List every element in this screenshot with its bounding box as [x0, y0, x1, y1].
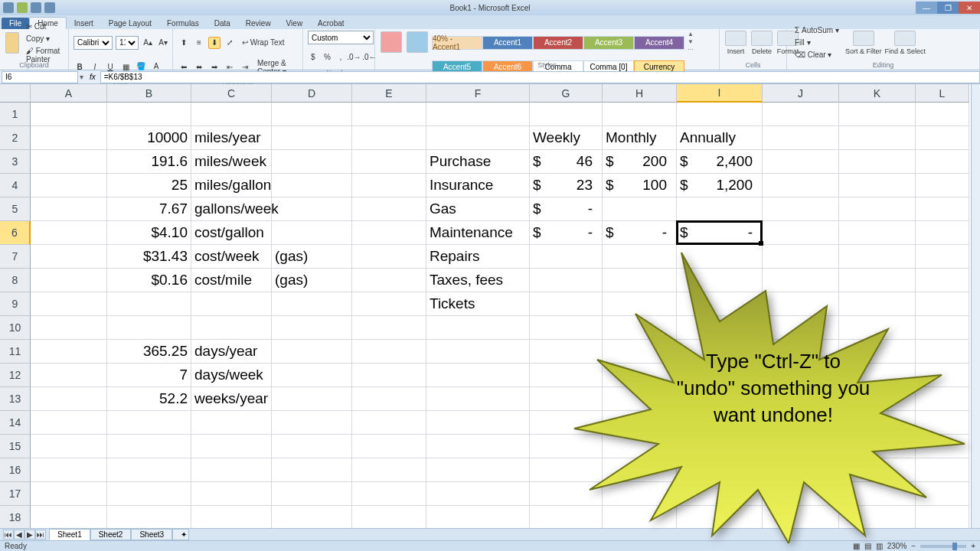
- cell-E10[interactable]: [352, 316, 426, 340]
- cell-A1[interactable]: [31, 103, 107, 126]
- cell-D11[interactable]: [272, 340, 352, 364]
- cell-D17[interactable]: [272, 482, 352, 506]
- cell-L1[interactable]: [916, 103, 969, 126]
- cell-A4[interactable]: [31, 174, 107, 197]
- copy-button[interactable]: Copy ▾: [23, 33, 64, 44]
- cell-D14[interactable]: [272, 411, 352, 435]
- styles-scroll-up-icon[interactable]: ▲: [688, 31, 694, 37]
- column-header-F[interactable]: F: [426, 84, 530, 103]
- cell-A9[interactable]: [31, 292, 107, 316]
- row-header-10[interactable]: 10: [0, 316, 31, 340]
- cell-D4[interactable]: [272, 174, 352, 197]
- cell-A3[interactable]: [31, 150, 107, 174]
- row-header-7[interactable]: 7: [0, 245, 31, 269]
- cell-A2[interactable]: [31, 126, 107, 150]
- cell-A11[interactable]: [31, 340, 107, 364]
- cell-J3[interactable]: [763, 150, 839, 174]
- cell-C6[interactable]: cost/gallon: [191, 221, 272, 245]
- delete-cells-button[interactable]: [751, 31, 773, 46]
- cell-E4[interactable]: [352, 174, 426, 197]
- row-header-17[interactable]: 17: [0, 482, 31, 506]
- formula-input[interactable]: =K6/$B$13: [100, 71, 980, 83]
- sheet-tab-new[interactable]: ✦: [172, 529, 189, 540]
- cell-B11[interactable]: 365.25: [107, 340, 191, 364]
- cell-B13[interactable]: 52.2: [107, 387, 191, 411]
- cell-D13[interactable]: [272, 387, 352, 411]
- cell-E3[interactable]: [352, 150, 426, 174]
- cell-A13[interactable]: [31, 387, 107, 411]
- cell-E9[interactable]: [352, 292, 426, 316]
- cell-B16[interactable]: [107, 458, 191, 482]
- cell-B9[interactable]: [107, 292, 191, 316]
- cell-D12[interactable]: [272, 364, 352, 387]
- cell-H1[interactable]: [603, 103, 677, 126]
- cell-H5[interactable]: [603, 197, 677, 221]
- cell-I1[interactable]: [677, 103, 763, 126]
- cell-H3[interactable]: $200: [603, 150, 677, 174]
- cell-F6[interactable]: Maintenance: [426, 221, 530, 245]
- cell-C5[interactable]: gallons/week: [191, 197, 272, 221]
- tab-formulas[interactable]: Formulas: [159, 18, 207, 29]
- cell-G4[interactable]: $23: [530, 174, 603, 197]
- align-bottom-icon[interactable]: ⬇: [208, 37, 220, 49]
- cell-I2[interactable]: Annually: [677, 126, 763, 150]
- tab-data[interactable]: Data: [207, 18, 238, 29]
- sheet-tab-sheet2[interactable]: Sheet2: [90, 529, 132, 540]
- cell-A8[interactable]: [31, 269, 107, 292]
- row-header-13[interactable]: 13: [0, 387, 31, 411]
- cell-D16[interactable]: [272, 458, 352, 482]
- cell-B6[interactable]: $4.10: [107, 221, 191, 245]
- cell-J5[interactable]: [763, 197, 839, 221]
- paste-icon[interactable]: [5, 32, 19, 54]
- cell-C9[interactable]: [191, 292, 272, 316]
- cell-F13[interactable]: [426, 387, 530, 411]
- cell-A10[interactable]: [31, 316, 107, 340]
- cell-D18[interactable]: [272, 506, 352, 528]
- row-header-12[interactable]: 12: [0, 364, 31, 387]
- format-as-table-button[interactable]: [407, 31, 428, 53]
- cell-E2[interactable]: [352, 126, 426, 150]
- row-header-9[interactable]: 9: [0, 292, 31, 316]
- cell-G5[interactable]: $-: [530, 197, 603, 221]
- align-top-icon[interactable]: ⬆: [178, 37, 190, 49]
- cell-E5[interactable]: [352, 197, 426, 221]
- cell-J2[interactable]: [763, 126, 839, 150]
- cell-B4[interactable]: 25: [107, 174, 191, 197]
- namebox-dropdown-icon[interactable]: ▾: [78, 73, 85, 81]
- style-accent2[interactable]: Accent2: [533, 36, 583, 50]
- cell-C4[interactable]: miles/gallon: [191, 174, 272, 197]
- cell-B5[interactable]: 7.67: [107, 197, 191, 221]
- tab-acrobat[interactable]: Acrobat: [310, 18, 351, 29]
- cell-E11[interactable]: [352, 340, 426, 364]
- column-header-B[interactable]: B: [107, 84, 191, 103]
- cell-E13[interactable]: [352, 387, 426, 411]
- cell-I5[interactable]: [677, 197, 763, 221]
- cell-K2[interactable]: [839, 126, 916, 150]
- cell-E1[interactable]: [352, 103, 426, 126]
- row-header-14[interactable]: 14: [0, 411, 31, 435]
- row-header-18[interactable]: 18: [0, 506, 31, 528]
- cell-F4[interactable]: Insurance: [426, 174, 530, 197]
- clear-button[interactable]: ⌫ Clear ▾: [792, 49, 842, 60]
- sheet-nav-prev-icon[interactable]: ◀: [14, 530, 24, 540]
- decrease-font-icon[interactable]: A▾: [157, 37, 169, 49]
- sheet-nav-last-icon[interactable]: ⏭: [35, 530, 46, 540]
- tab-insert[interactable]: Insert: [67, 18, 101, 29]
- cell-C8[interactable]: cost/mile: [191, 269, 272, 292]
- column-header-E[interactable]: E: [352, 84, 426, 103]
- cell-A18[interactable]: [31, 506, 107, 528]
- cell-F10[interactable]: [426, 316, 530, 340]
- cell-A12[interactable]: [31, 364, 107, 387]
- tab-pagelayout[interactable]: Page Layout: [101, 18, 159, 29]
- cell-K5[interactable]: [839, 197, 916, 221]
- cell-L4[interactable]: [916, 174, 969, 197]
- cell-B10[interactable]: [107, 316, 191, 340]
- cell-C11[interactable]: days/year: [191, 340, 272, 364]
- cell-B17[interactable]: [107, 482, 191, 506]
- cell-F9[interactable]: Tickets: [426, 292, 530, 316]
- find-select-button[interactable]: [894, 31, 916, 46]
- column-header-H[interactable]: H: [603, 84, 677, 103]
- row-header-16[interactable]: 16: [0, 458, 31, 482]
- cell-J4[interactable]: [763, 174, 839, 197]
- cell-D6[interactable]: [272, 221, 352, 245]
